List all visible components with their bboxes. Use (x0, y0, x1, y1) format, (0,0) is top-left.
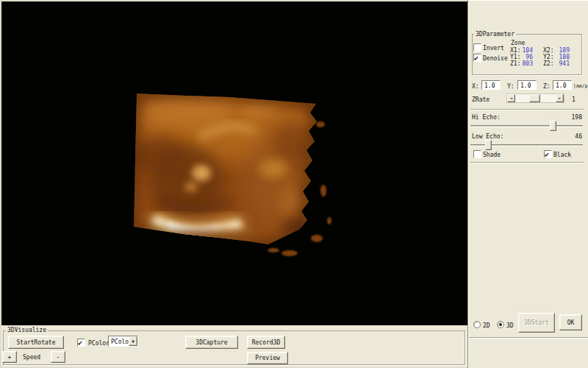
chevron-down-icon[interactable]: ▼ (129, 336, 137, 346)
hi-echo-label: Hi Echo: (472, 114, 501, 121)
separator (470, 109, 584, 110)
low-echo-thumb[interactable] (485, 140, 492, 150)
pcolor-checkbox-label: PColor (88, 340, 110, 347)
x-scale-input[interactable] (481, 80, 501, 90)
speed-plus-button[interactable]: + (2, 351, 17, 363)
scroll-left-icon[interactable]: ◄ (507, 94, 515, 102)
low-echo-slider[interactable] (470, 140, 583, 151)
zone-x1-value: 104 (517, 47, 533, 54)
separator (469, 337, 588, 338)
hi-echo-thumb[interactable] (550, 121, 556, 131)
denoise-checkbox[interactable]: ✔ (473, 54, 481, 62)
mode-2d-label: 2D (483, 322, 490, 329)
hi-echo-track[interactable] (470, 125, 583, 127)
z-scale-label: Z: (543, 83, 551, 90)
low-echo-value: 46 (562, 133, 582, 140)
low-echo-label: Low Echo: (472, 133, 503, 140)
zone-y1-value: 96 (517, 54, 533, 60)
zrate-scrollbar-thumb[interactable] (529, 94, 540, 102)
shade-checkbox[interactable]: ✔ (473, 150, 481, 158)
ok-button[interactable]: OK (559, 314, 582, 330)
check-icon: ✔ (545, 150, 549, 158)
parameter-panel: 3DParameter ✔ Invert ✔ Denoise Zone X1: … (468, 0, 588, 368)
x-scale-label: X: (472, 83, 479, 90)
scale-unit-label: (mm/p) (573, 83, 588, 90)
zrate-value: 1 (572, 96, 576, 103)
black-label: Black (553, 152, 571, 158)
preview-button[interactable]: Preview (247, 352, 288, 364)
speed-label: Speed (23, 354, 40, 361)
mode-3d-label: 3D (506, 322, 514, 329)
z-scale-input[interactable] (553, 80, 572, 90)
start-rotate-button[interactable]: StartRotate (8, 336, 64, 349)
parameter-group-title: 3DParameter (474, 31, 516, 38)
invert-checkbox[interactable]: ✔ (473, 43, 481, 52)
check-icon: ✔ (474, 54, 478, 62)
hi-echo-slider[interactable] (470, 121, 583, 132)
zrate-label: ZRate (472, 96, 490, 103)
visualize-group-title: 3DVisualize (6, 327, 48, 333)
record3d-button[interactable]: Record3D (247, 336, 285, 349)
render-viewport[interactable] (1, 1, 467, 325)
hi-echo-value: 198 (562, 114, 582, 121)
separator (470, 162, 584, 163)
zone-label: Zone (511, 40, 525, 46)
black-checkbox[interactable]: ✔ (544, 150, 552, 158)
denoise-label: Denoise (483, 55, 508, 62)
shade-label: Shade (483, 152, 501, 158)
ultrasound-render (1, 1, 467, 325)
mode-2d-radio[interactable] (473, 321, 481, 328)
zone-x2-value: 189 (552, 47, 570, 54)
check-icon: ✔ (78, 339, 82, 347)
application-window: 3DParameter ✔ Invert ✔ Denoise Zone X1: … (0, 0, 588, 368)
pcolor-checkbox[interactable]: ✔ (77, 339, 85, 347)
3dcapture-button[interactable]: 3DCapture (185, 336, 238, 349)
y-scale-label: Y: (507, 83, 514, 90)
pcolor-dropdown[interactable]: PColor ▼ (108, 336, 138, 347)
zrate-scrollbar[interactable]: ◄ ► (506, 93, 564, 103)
speed-minus-button[interactable]: - (51, 351, 65, 363)
scroll-right-icon[interactable]: ► (556, 94, 564, 102)
zone-y2-value: 180 (552, 54, 570, 60)
mode-3d-radio[interactable] (497, 321, 504, 328)
zone-z2-value: 941 (552, 60, 570, 67)
3dstart-button[interactable]: 3DStart (518, 313, 555, 333)
invert-label: Invert (483, 45, 504, 52)
zone-z1-value: 803 (517, 60, 533, 67)
y-scale-input[interactable] (517, 80, 537, 90)
